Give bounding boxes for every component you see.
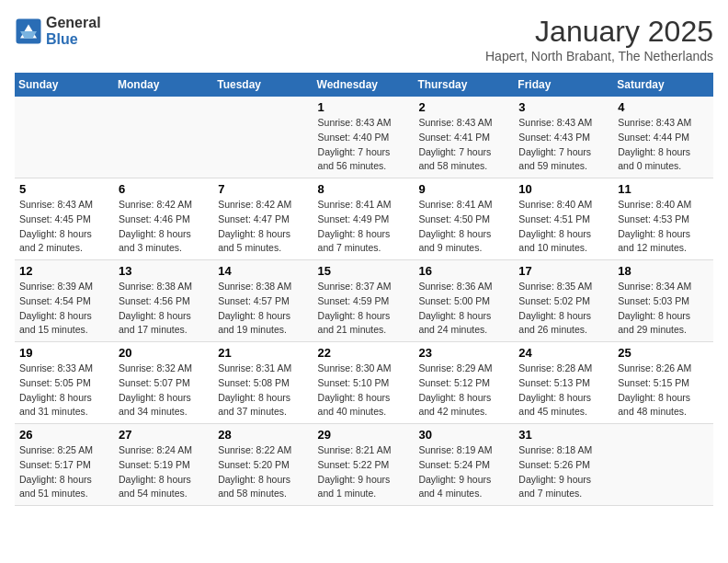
day-info: Sunrise: 8:33 AM Sunset: 5:05 PM Dayligh… (19, 362, 109, 419)
calendar-cell: 4Sunrise: 8:43 AM Sunset: 4:44 PM Daylig… (613, 97, 713, 178)
calendar-cell: 12Sunrise: 8:39 AM Sunset: 4:54 PM Dayli… (15, 260, 114, 342)
day-info: Sunrise: 8:38 AM Sunset: 4:56 PM Dayligh… (119, 280, 209, 338)
logo-general: General (46, 15, 101, 30)
week-row-4: 19Sunrise: 8:33 AM Sunset: 5:05 PM Dayli… (15, 342, 713, 424)
day-info: Sunrise: 8:31 AM Sunset: 5:08 PM Dayligh… (218, 362, 308, 419)
day-number: 24 (518, 346, 609, 360)
day-info: Sunrise: 8:18 AM Sunset: 5:26 PM Dayligh… (518, 443, 609, 501)
calendar-cell: 28Sunrise: 8:22 AM Sunset: 5:20 PM Dayli… (213, 424, 313, 506)
day-info: Sunrise: 8:42 AM Sunset: 4:47 PM Dayligh… (218, 198, 308, 256)
day-number: 8 (318, 182, 410, 196)
weekday-header-thursday: Thursday (414, 73, 514, 97)
day-info: Sunrise: 8:43 AM Sunset: 4:40 PM Dayligh… (318, 116, 410, 174)
calendar-cell: 10Sunrise: 8:40 AM Sunset: 4:51 PM Dayli… (514, 178, 613, 260)
day-info: Sunrise: 8:36 AM Sunset: 5:00 PM Dayligh… (418, 280, 509, 338)
weekday-header-friday: Friday (514, 73, 613, 97)
calendar-cell (114, 97, 213, 178)
day-info: Sunrise: 8:19 AM Sunset: 5:24 PM Dayligh… (418, 443, 509, 501)
day-number: 17 (518, 264, 609, 278)
calendar-cell (15, 97, 114, 178)
day-number: 1 (318, 100, 410, 114)
day-info: Sunrise: 8:40 AM Sunset: 4:53 PM Dayligh… (618, 198, 709, 256)
day-info: Sunrise: 8:29 AM Sunset: 5:12 PM Dayligh… (418, 362, 509, 419)
calendar-cell (613, 424, 713, 506)
day-info: Sunrise: 8:26 AM Sunset: 5:15 PM Dayligh… (618, 362, 709, 419)
logo-text: General Blue (46, 15, 101, 48)
calendar-cell: 7Sunrise: 8:42 AM Sunset: 4:47 PM Daylig… (213, 178, 313, 260)
day-number: 23 (418, 346, 509, 360)
calendar-cell: 16Sunrise: 8:36 AM Sunset: 5:00 PM Dayli… (414, 260, 514, 342)
day-info: Sunrise: 8:25 AM Sunset: 5:17 PM Dayligh… (19, 443, 109, 501)
logo-blue: Blue (46, 31, 78, 47)
day-info: Sunrise: 8:39 AM Sunset: 4:54 PM Dayligh… (19, 280, 109, 338)
day-info: Sunrise: 8:38 AM Sunset: 4:57 PM Dayligh… (218, 280, 308, 338)
day-number: 28 (218, 428, 308, 442)
weekday-header-wednesday: Wednesday (313, 73, 415, 97)
calendar-cell: 30Sunrise: 8:19 AM Sunset: 5:24 PM Dayli… (414, 424, 514, 506)
calendar-cell: 20Sunrise: 8:32 AM Sunset: 5:07 PM Dayli… (114, 342, 213, 424)
day-info: Sunrise: 8:34 AM Sunset: 5:03 PM Dayligh… (618, 280, 709, 338)
week-row-3: 12Sunrise: 8:39 AM Sunset: 4:54 PM Dayli… (15, 260, 713, 342)
calendar-cell: 3Sunrise: 8:43 AM Sunset: 4:43 PM Daylig… (514, 97, 613, 178)
day-number: 27 (119, 428, 209, 442)
day-info: Sunrise: 8:40 AM Sunset: 4:51 PM Dayligh… (518, 198, 609, 256)
day-info: Sunrise: 8:21 AM Sunset: 5:22 PM Dayligh… (318, 443, 410, 501)
day-number: 16 (418, 264, 509, 278)
day-number: 10 (518, 182, 609, 196)
calendar-cell: 1Sunrise: 8:43 AM Sunset: 4:40 PM Daylig… (313, 97, 415, 178)
day-info: Sunrise: 8:24 AM Sunset: 5:19 PM Dayligh… (119, 443, 209, 501)
calendar-cell: 23Sunrise: 8:29 AM Sunset: 5:12 PM Dayli… (414, 342, 514, 424)
day-number: 19 (19, 346, 109, 360)
day-info: Sunrise: 8:32 AM Sunset: 5:07 PM Dayligh… (119, 362, 209, 419)
calendar-cell: 6Sunrise: 8:42 AM Sunset: 4:46 PM Daylig… (114, 178, 213, 260)
day-number: 3 (518, 100, 609, 114)
day-number: 7 (218, 182, 308, 196)
day-number: 15 (318, 264, 410, 278)
week-row-5: 26Sunrise: 8:25 AM Sunset: 5:17 PM Dayli… (15, 424, 713, 506)
week-row-1: 1Sunrise: 8:43 AM Sunset: 4:40 PM Daylig… (15, 97, 713, 178)
calendar-cell: 24Sunrise: 8:28 AM Sunset: 5:13 PM Dayli… (514, 342, 613, 424)
calendar-cell: 19Sunrise: 8:33 AM Sunset: 5:05 PM Dayli… (15, 342, 114, 424)
logo: General Blue (15, 15, 101, 48)
location-title: Hapert, North Brabant, The Netherlands (485, 49, 713, 63)
logo-icon (15, 17, 42, 45)
day-number: 13 (119, 264, 209, 278)
weekday-header-saturday: Saturday (613, 73, 713, 97)
day-number: 5 (19, 182, 109, 196)
day-number: 20 (119, 346, 209, 360)
day-info: Sunrise: 8:43 AM Sunset: 4:44 PM Dayligh… (618, 116, 709, 174)
calendar-cell: 18Sunrise: 8:34 AM Sunset: 5:03 PM Dayli… (613, 260, 713, 342)
day-number: 25 (618, 346, 709, 360)
calendar-cell: 27Sunrise: 8:24 AM Sunset: 5:19 PM Dayli… (114, 424, 213, 506)
day-number: 11 (618, 182, 709, 196)
day-number: 29 (318, 428, 410, 442)
calendar-cell: 15Sunrise: 8:37 AM Sunset: 4:59 PM Dayli… (313, 260, 415, 342)
calendar-cell: 21Sunrise: 8:31 AM Sunset: 5:08 PM Dayli… (213, 342, 313, 424)
day-info: Sunrise: 8:41 AM Sunset: 4:50 PM Dayligh… (418, 198, 509, 256)
calendar-cell: 5Sunrise: 8:43 AM Sunset: 4:45 PM Daylig… (15, 178, 114, 260)
calendar-cell (213, 97, 313, 178)
calendar-cell: 8Sunrise: 8:41 AM Sunset: 4:49 PM Daylig… (313, 178, 415, 260)
day-info: Sunrise: 8:37 AM Sunset: 4:59 PM Dayligh… (318, 280, 410, 338)
calendar-cell: 17Sunrise: 8:35 AM Sunset: 5:02 PM Dayli… (514, 260, 613, 342)
day-info: Sunrise: 8:35 AM Sunset: 5:02 PM Dayligh… (518, 280, 609, 338)
calendar-cell: 11Sunrise: 8:40 AM Sunset: 4:53 PM Dayli… (613, 178, 713, 260)
day-number: 21 (218, 346, 308, 360)
day-number: 2 (418, 100, 509, 114)
day-info: Sunrise: 8:43 AM Sunset: 4:45 PM Dayligh… (19, 198, 109, 256)
day-number: 12 (19, 264, 109, 278)
day-number: 31 (518, 428, 609, 442)
month-title: January 2025 (485, 15, 713, 49)
calendar-cell: 25Sunrise: 8:26 AM Sunset: 5:15 PM Dayli… (613, 342, 713, 424)
calendar-cell: 14Sunrise: 8:38 AM Sunset: 4:57 PM Dayli… (213, 260, 313, 342)
day-info: Sunrise: 8:30 AM Sunset: 5:10 PM Dayligh… (318, 362, 410, 419)
day-number: 18 (618, 264, 709, 278)
weekday-header-sunday: Sunday (15, 73, 114, 97)
day-number: 14 (218, 264, 308, 278)
title-area: January 2025 Hapert, North Brabant, The … (485, 15, 713, 63)
day-info: Sunrise: 8:42 AM Sunset: 4:46 PM Dayligh… (119, 198, 209, 256)
day-info: Sunrise: 8:43 AM Sunset: 4:41 PM Dayligh… (418, 116, 509, 174)
day-number: 4 (618, 100, 709, 114)
calendar-cell: 22Sunrise: 8:30 AM Sunset: 5:10 PM Dayli… (313, 342, 415, 424)
day-number: 9 (418, 182, 509, 196)
